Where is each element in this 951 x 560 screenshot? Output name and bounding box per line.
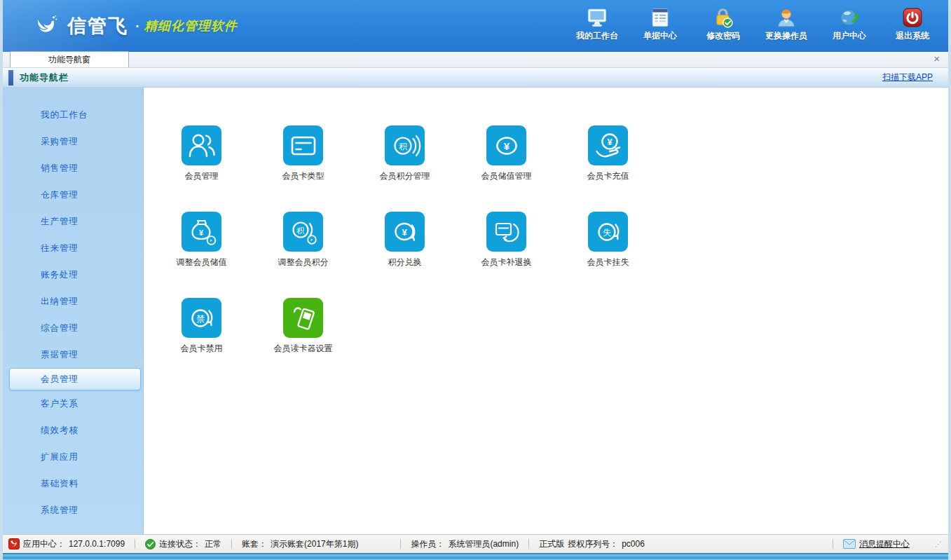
sidebar-item-contacts[interactable]: 往来管理 <box>3 235 143 261</box>
menu-my-workspace[interactable]: 我的工作台 <box>575 7 619 42</box>
menu-document-center[interactable]: 单据中心 <box>638 7 682 42</box>
sidebar: 我的工作台 采购管理 销售管理 仓库管理 生产管理 往来管理 账务处理 出纳管理… <box>3 88 144 534</box>
tab-function-navigator[interactable]: 功能导航窗 <box>10 51 129 67</box>
status-divider <box>135 539 135 549</box>
card-loss-icon: 失 <box>592 216 624 248</box>
brand-tagline: 精细化管理软件 <box>144 18 238 34</box>
sidebar-item-crm[interactable]: 客户关系 <box>3 390 143 417</box>
status-bar: 应用中心： 127.0.0.1:7099 连接状态： 正常 账套： 演示账套(2… <box>3 534 948 553</box>
menu-exit-system[interactable]: 退出系统 <box>891 7 934 42</box>
sidebar-item-general[interactable]: 综合管理 <box>3 315 143 341</box>
status-operator: 操作员： 系统管理员(admin) <box>411 538 519 550</box>
tile-label[interactable]: 会员读卡器设置 <box>274 343 333 355</box>
main-content: 会员管理 会员卡类型 <box>144 88 948 534</box>
connection-value: 正常 <box>205 538 221 550</box>
sidebar-item-my-workspace[interactable]: 我的工作台 <box>3 102 143 128</box>
tile-card-replace[interactable]: 会员卡补退换 <box>486 212 526 268</box>
sidebar-item-cashier[interactable]: 出纳管理 <box>3 288 143 315</box>
tile-label[interactable]: 调整会员储值 <box>177 257 227 268</box>
edition-label: 正式版 <box>539 538 564 550</box>
message-center-link[interactable]: 消息提醒中心 <box>859 538 910 550</box>
top-menu: 我的工作台 单据中心 修改密码 <box>575 7 934 45</box>
status-right-group: 消息提醒中心 ⋰ <box>823 538 943 550</box>
menu-switch-operator[interactable]: 更换操作员 <box>765 7 808 42</box>
tile-member-manage[interactable]: 会员管理 <box>182 125 221 182</box>
tile-adjust-points[interactable]: 积 调整会员积分 <box>283 212 323 268</box>
tile-label[interactable]: 会员卡挂失 <box>587 257 629 268</box>
svg-text:¥: ¥ <box>198 228 203 236</box>
brand-separator: · <box>135 18 140 34</box>
sidebar-item-production[interactable]: 生产管理 <box>3 208 143 235</box>
sidebar-item-purchase[interactable]: 采购管理 <box>3 128 143 155</box>
tile-label[interactable]: 会员卡充值 <box>587 170 629 182</box>
points-exchange-icon: ¥ <box>389 216 421 248</box>
message-center[interactable]: 消息提醒中心 <box>843 538 910 550</box>
sidebar-item-member-selected[interactable]: 会员管理 <box>9 368 141 390</box>
tile-label[interactable]: 会员卡类型 <box>282 170 324 182</box>
nav-header-bar: 功能导航栏 扫描下载APP <box>3 68 948 88</box>
app-center-label: 应用中心： <box>23 538 65 550</box>
sidebar-item-base-data[interactable]: 基础资料 <box>3 470 143 497</box>
tile-adjust-stored-value[interactable]: ¥ 调整会员储值 <box>182 212 221 268</box>
sidebar-item-system[interactable]: 系统管理 <box>3 497 143 524</box>
tile-row-1: 会员管理 会员卡类型 <box>182 125 948 182</box>
svg-text:禁: 禁 <box>196 313 205 323</box>
exit-power-icon <box>902 7 923 28</box>
tile-label[interactable]: 调整会员积分 <box>278 257 329 268</box>
license-label: 授权序列号： <box>568 538 618 550</box>
status-account-set: 账套： 演示账套(2017年第1期) <box>242 538 358 550</box>
workspace-monitor-icon <box>587 7 608 28</box>
mail-icon <box>843 539 856 549</box>
svg-text:¥: ¥ <box>607 137 613 147</box>
status-license: 正式版 授权序列号： pc006 <box>539 538 645 550</box>
tile-card-type[interactable]: 会员卡类型 <box>283 125 323 182</box>
svg-text:¥: ¥ <box>402 226 407 237</box>
card-replace-icon <box>491 216 523 248</box>
app-logo-icon <box>34 13 60 39</box>
license-value: pc006 <box>622 539 645 549</box>
connection-ok-icon <box>145 539 156 549</box>
resize-grip[interactable]: ⋰ <box>935 540 943 548</box>
window-bottom-frame <box>3 553 948 560</box>
menu-label: 我的工作台 <box>576 30 618 42</box>
tile-stored-value-manage[interactable]: ¥ 会员储值管理 <box>486 125 526 182</box>
close-icon[interactable]: × <box>933 53 940 64</box>
tile-label[interactable]: 会员储值管理 <box>481 170 532 182</box>
sidebar-item-sales[interactable]: 销售管理 <box>3 155 143 182</box>
svg-text:¥: ¥ <box>503 139 509 151</box>
change-password-lock-icon <box>713 7 734 28</box>
account-set-value: 演示账套(2017年第1期) <box>271 538 358 550</box>
tile-card-loss[interactable]: 失 会员卡挂失 <box>588 212 628 268</box>
status-divider <box>528 539 529 549</box>
sidebar-item-performance[interactable]: 绩效考核 <box>3 417 143 444</box>
tile-points-manage[interactable]: 积 会员积分管理 <box>385 125 425 182</box>
tile-card-reader-settings[interactable]: 会员读卡器设置 <box>283 298 323 355</box>
sidebar-item-accounting[interactable]: 账务处理 <box>3 261 143 288</box>
scan-download-app-link[interactable]: 扫描下载APP <box>882 71 933 83</box>
sidebar-item-invoice[interactable]: 票据管理 <box>3 341 143 368</box>
menu-label: 修改密码 <box>706 30 740 42</box>
tile-label[interactable]: 积分兑换 <box>388 257 422 268</box>
card-reader-icon <box>287 302 320 334</box>
user-center-globe-icon <box>839 7 860 28</box>
tile-card-recharge[interactable]: ¥ 会员卡充值 <box>588 125 628 182</box>
tile-card-disable[interactable]: 禁 会员卡禁用 <box>182 298 221 355</box>
page-title: 功能导航栏 <box>20 71 69 84</box>
tile-label[interactable]: 会员卡禁用 <box>181 343 223 355</box>
tile-label[interactable]: 会员卡补退换 <box>481 257 532 268</box>
account-set-label: 账套： <box>242 538 267 550</box>
nav-accent-bar <box>8 70 13 86</box>
menu-change-password[interactable]: 修改密码 <box>702 7 745 42</box>
menu-user-center[interactable]: 用户中心 <box>828 7 871 42</box>
tile-label[interactable]: 会员管理 <box>185 170 219 182</box>
top-brand-bar: 信管飞 · 精细化管理软件 我的工作台 <box>3 0 948 52</box>
sidebar-item-extensions[interactable]: 扩展应用 <box>3 444 143 470</box>
stored-value-icon: ¥ <box>491 130 523 162</box>
tile-label[interactable]: 会员积分管理 <box>380 170 430 182</box>
sidebar-item-warehouse[interactable]: 仓库管理 <box>3 182 143 208</box>
tile-row-3: 禁 会员卡禁用 <box>182 298 948 355</box>
member-card-icon <box>287 130 320 162</box>
card-recharge-icon: ¥ <box>592 130 624 162</box>
app-window: 信管飞 · 精细化管理软件 我的工作台 <box>0 0 951 560</box>
tile-points-exchange[interactable]: ¥ 积分兑换 <box>385 212 425 268</box>
